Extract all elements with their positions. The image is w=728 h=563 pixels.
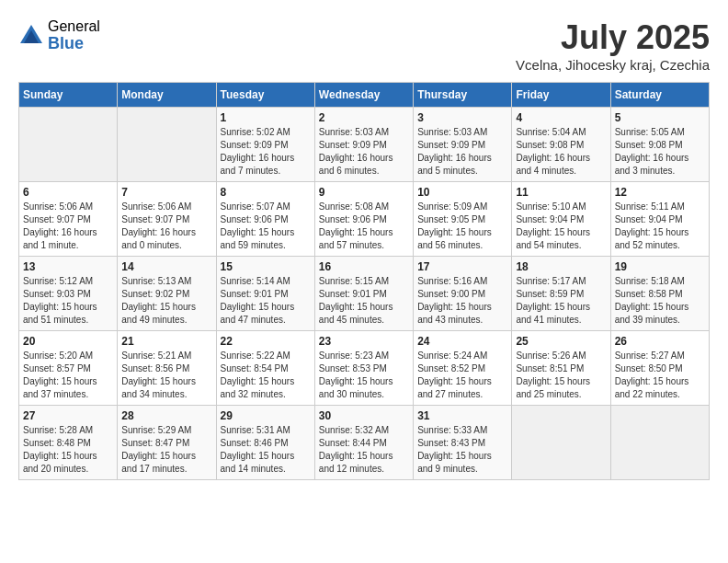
- day-of-week-header: Sunday: [19, 83, 118, 108]
- calendar-day-cell: 28Sunrise: 5:29 AM Sunset: 8:47 PM Dayli…: [118, 406, 216, 480]
- day-info: Sunrise: 5:29 AM Sunset: 8:47 PM Dayligh…: [121, 424, 211, 476]
- calendar-day-cell: 18Sunrise: 5:17 AM Sunset: 8:59 PM Dayli…: [512, 257, 610, 331]
- day-info: Sunrise: 5:14 AM Sunset: 9:01 PM Dayligh…: [221, 275, 311, 327]
- day-number: 2: [319, 111, 409, 124]
- calendar-day-cell: 9Sunrise: 5:08 AM Sunset: 9:06 PM Daylig…: [314, 182, 413, 257]
- day-number: 7: [121, 186, 211, 199]
- day-info: Sunrise: 5:06 AM Sunset: 9:07 PM Dayligh…: [121, 201, 211, 252]
- calendar-day-cell: 30Sunrise: 5:32 AM Sunset: 8:44 PM Dayli…: [314, 406, 413, 480]
- day-number: 10: [417, 186, 507, 199]
- day-info: Sunrise: 5:15 AM Sunset: 9:01 PM Dayligh…: [319, 275, 409, 327]
- calendar-day-cell: 17Sunrise: 5:16 AM Sunset: 9:00 PM Dayli…: [414, 257, 512, 331]
- calendar-day-cell: 5Sunrise: 5:05 AM Sunset: 9:08 PM Daylig…: [610, 108, 709, 182]
- calendar-week-row: 6Sunrise: 5:06 AM Sunset: 9:07 PM Daylig…: [19, 182, 710, 257]
- calendar-day-cell: [512, 406, 610, 480]
- calendar-day-cell: [610, 406, 709, 480]
- day-info: Sunrise: 5:33 AM Sunset: 8:43 PM Dayligh…: [417, 424, 507, 476]
- calendar-week-row: 13Sunrise: 5:12 AM Sunset: 9:03 PM Dayli…: [19, 257, 710, 331]
- day-info: Sunrise: 5:13 AM Sunset: 9:02 PM Dayligh…: [121, 275, 211, 327]
- calendar-day-cell: 2Sunrise: 5:03 AM Sunset: 9:09 PM Daylig…: [314, 108, 413, 182]
- page-header: General Blue July 2025 Vcelna, Jihocesky…: [18, 18, 710, 73]
- day-number: 6: [23, 186, 113, 199]
- logo-blue: Blue: [48, 35, 100, 53]
- day-number: 15: [221, 260, 311, 273]
- calendar-day-cell: 14Sunrise: 5:13 AM Sunset: 9:02 PM Dayli…: [118, 257, 216, 331]
- day-info: Sunrise: 5:03 AM Sunset: 9:09 PM Dayligh…: [319, 126, 409, 178]
- day-info: Sunrise: 5:11 AM Sunset: 9:04 PM Dayligh…: [615, 201, 705, 252]
- month-year: July 2025: [516, 18, 710, 57]
- calendar-day-cell: 25Sunrise: 5:26 AM Sunset: 8:51 PM Dayli…: [512, 331, 610, 406]
- day-number: 26: [615, 335, 705, 348]
- day-number: 16: [319, 260, 409, 273]
- day-info: Sunrise: 5:28 AM Sunset: 8:48 PM Dayligh…: [23, 424, 113, 476]
- day-number: 24: [417, 335, 507, 348]
- day-number: 21: [121, 335, 211, 348]
- day-info: Sunrise: 5:17 AM Sunset: 8:59 PM Dayligh…: [516, 275, 606, 327]
- calendar-day-cell: 27Sunrise: 5:28 AM Sunset: 8:48 PM Dayli…: [19, 406, 118, 480]
- calendar-day-cell: 11Sunrise: 5:10 AM Sunset: 9:04 PM Dayli…: [512, 182, 610, 257]
- day-number: 1: [221, 111, 311, 124]
- calendar-day-cell: 23Sunrise: 5:23 AM Sunset: 8:53 PM Dayli…: [314, 331, 413, 406]
- day-of-week-header: Tuesday: [216, 83, 314, 108]
- calendar-day-cell: 16Sunrise: 5:15 AM Sunset: 9:01 PM Dayli…: [314, 257, 413, 331]
- day-number: 9: [319, 186, 409, 199]
- day-of-week-header: Saturday: [610, 83, 709, 108]
- calendar-day-cell: 21Sunrise: 5:21 AM Sunset: 8:56 PM Dayli…: [118, 331, 216, 406]
- calendar-week-row: 1Sunrise: 5:02 AM Sunset: 9:09 PM Daylig…: [19, 108, 710, 182]
- day-info: Sunrise: 5:12 AM Sunset: 9:03 PM Dayligh…: [23, 275, 113, 327]
- day-number: 3: [417, 111, 507, 124]
- calendar-day-cell: 3Sunrise: 5:03 AM Sunset: 9:09 PM Daylig…: [414, 108, 512, 182]
- calendar-day-cell: 13Sunrise: 5:12 AM Sunset: 9:03 PM Dayli…: [19, 257, 118, 331]
- day-info: Sunrise: 5:27 AM Sunset: 8:50 PM Dayligh…: [615, 350, 705, 401]
- logo: General Blue: [18, 18, 100, 52]
- day-number: 8: [221, 186, 311, 199]
- day-number: 13: [23, 260, 113, 273]
- calendar-day-cell: 20Sunrise: 5:20 AM Sunset: 8:57 PM Dayli…: [19, 331, 118, 406]
- day-info: Sunrise: 5:18 AM Sunset: 8:58 PM Dayligh…: [615, 275, 705, 327]
- calendar-day-cell: 31Sunrise: 5:33 AM Sunset: 8:43 PM Dayli…: [414, 406, 512, 480]
- day-number: 20: [23, 335, 113, 348]
- calendar-day-cell: 29Sunrise: 5:31 AM Sunset: 8:46 PM Dayli…: [216, 406, 314, 480]
- calendar-day-cell: 4Sunrise: 5:04 AM Sunset: 9:08 PM Daylig…: [512, 108, 610, 182]
- logo-icon: [18, 23, 44, 49]
- day-number: 12: [615, 186, 705, 199]
- day-number: 19: [615, 260, 705, 273]
- day-info: Sunrise: 5:07 AM Sunset: 9:06 PM Dayligh…: [221, 201, 311, 252]
- day-info: Sunrise: 5:06 AM Sunset: 9:07 PM Dayligh…: [23, 201, 113, 252]
- day-info: Sunrise: 5:16 AM Sunset: 9:00 PM Dayligh…: [417, 275, 507, 327]
- day-of-week-header: Wednesday: [314, 83, 413, 108]
- day-number: 14: [121, 260, 211, 273]
- day-info: Sunrise: 5:22 AM Sunset: 8:54 PM Dayligh…: [221, 350, 311, 401]
- calendar-day-cell: 7Sunrise: 5:06 AM Sunset: 9:07 PM Daylig…: [118, 182, 216, 257]
- day-number: 4: [516, 111, 606, 124]
- day-info: Sunrise: 5:20 AM Sunset: 8:57 PM Dayligh…: [23, 350, 113, 401]
- day-info: Sunrise: 5:23 AM Sunset: 8:53 PM Dayligh…: [319, 350, 409, 401]
- day-number: 11: [516, 186, 606, 199]
- calendar-day-cell: 24Sunrise: 5:24 AM Sunset: 8:52 PM Dayli…: [414, 331, 512, 406]
- logo-general: General: [48, 18, 100, 35]
- day-info: Sunrise: 5:21 AM Sunset: 8:56 PM Dayligh…: [121, 350, 211, 401]
- calendar-day-cell: 10Sunrise: 5:09 AM Sunset: 9:05 PM Dayli…: [414, 182, 512, 257]
- day-info: Sunrise: 5:04 AM Sunset: 9:08 PM Dayligh…: [516, 126, 606, 178]
- day-info: Sunrise: 5:31 AM Sunset: 8:46 PM Dayligh…: [221, 424, 311, 476]
- day-number: 17: [417, 260, 507, 273]
- day-info: Sunrise: 5:08 AM Sunset: 9:06 PM Dayligh…: [319, 201, 409, 252]
- day-info: Sunrise: 5:24 AM Sunset: 8:52 PM Dayligh…: [417, 350, 507, 401]
- day-number: 27: [23, 409, 113, 422]
- calendar-day-cell: 1Sunrise: 5:02 AM Sunset: 9:09 PM Daylig…: [216, 108, 314, 182]
- day-of-week-header: Monday: [118, 83, 216, 108]
- calendar-day-cell: 22Sunrise: 5:22 AM Sunset: 8:54 PM Dayli…: [216, 331, 314, 406]
- day-number: 5: [615, 111, 705, 124]
- day-info: Sunrise: 5:32 AM Sunset: 8:44 PM Dayligh…: [319, 424, 409, 476]
- day-number: 30: [319, 409, 409, 422]
- day-number: 29: [221, 409, 311, 422]
- day-info: Sunrise: 5:26 AM Sunset: 8:51 PM Dayligh…: [516, 350, 606, 401]
- calendar-header-row: SundayMondayTuesdayWednesdayThursdayFrid…: [19, 83, 710, 108]
- day-info: Sunrise: 5:09 AM Sunset: 9:05 PM Dayligh…: [417, 201, 507, 252]
- calendar-week-row: 27Sunrise: 5:28 AM Sunset: 8:48 PM Dayli…: [19, 406, 710, 480]
- calendar-day-cell: 8Sunrise: 5:07 AM Sunset: 9:06 PM Daylig…: [216, 182, 314, 257]
- day-number: 22: [221, 335, 311, 348]
- location: Vcelna, Jihocesky kraj, Czechia: [516, 57, 710, 73]
- day-number: 25: [516, 335, 606, 348]
- day-number: 23: [319, 335, 409, 348]
